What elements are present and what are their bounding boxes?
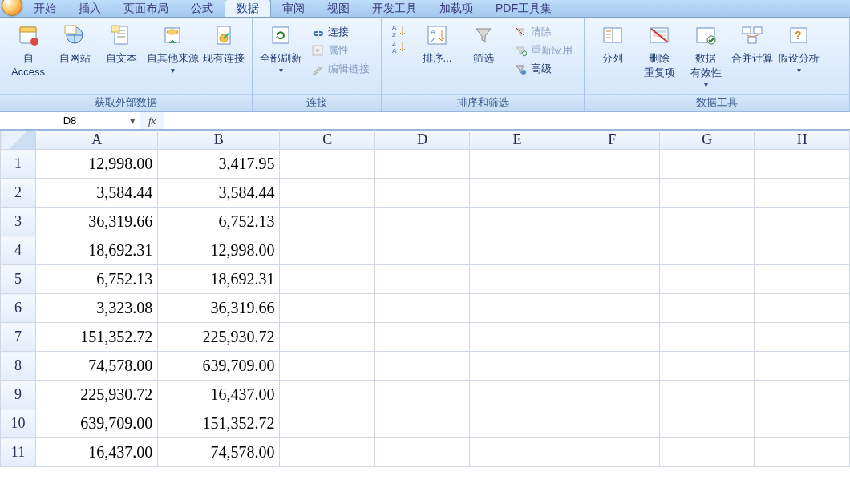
cell-C4[interactable] xyxy=(280,236,374,265)
cell-F11[interactable] xyxy=(565,438,659,467)
cell-C5[interactable] xyxy=(280,265,374,294)
cell-D3[interactable] xyxy=(374,208,469,236)
cell-E8[interactable] xyxy=(470,352,565,381)
formula-input[interactable] xyxy=(164,112,850,129)
whatif-button[interactable]: ? 假设分析 ▾ xyxy=(775,21,822,75)
reapply-button[interactable]: 重新应用 xyxy=(512,42,574,58)
select-all-corner[interactable] xyxy=(1,131,36,150)
cell-A8[interactable]: 74,578.00 xyxy=(36,352,158,381)
cell-A2[interactable]: 3,584.44 xyxy=(36,179,158,208)
cell-F3[interactable] xyxy=(565,208,659,236)
properties-button[interactable]: 属性 xyxy=(309,42,371,58)
cell-G7[interactable] xyxy=(659,323,754,352)
cell-F8[interactable] xyxy=(565,352,659,381)
cell-A1[interactable]: 12,998.00 xyxy=(36,150,158,179)
cell-B5[interactable]: 18,692.31 xyxy=(158,265,280,294)
cell-C6[interactable] xyxy=(280,294,374,323)
cell-E7[interactable] xyxy=(470,323,565,352)
row-header-4[interactable]: 4 xyxy=(1,236,36,265)
from-web-button[interactable]: 自网站 xyxy=(51,21,98,66)
cell-G6[interactable] xyxy=(659,294,754,323)
row-header-10[interactable]: 10 xyxy=(1,409,36,438)
cell-E2[interactable] xyxy=(470,179,565,208)
cell-D2[interactable] xyxy=(374,179,469,208)
cell-E11[interactable] xyxy=(470,438,565,467)
refresh-all-button[interactable]: 全部刷新 ▾ xyxy=(257,21,304,75)
cell-H5[interactable] xyxy=(755,265,850,294)
cell-A4[interactable]: 18,692.31 xyxy=(36,236,158,265)
tab-页面布局[interactable]: 页面布局 xyxy=(112,0,180,17)
tab-数据[interactable]: 数据 xyxy=(225,0,271,17)
cell-B7[interactable]: 225,930.72 xyxy=(158,323,280,352)
advanced-button[interactable]: 高级 xyxy=(512,61,574,77)
column-header-E[interactable]: E xyxy=(470,131,565,150)
cell-A9[interactable]: 225,930.72 xyxy=(36,381,158,409)
row-header-9[interactable]: 9 xyxy=(1,381,36,409)
cell-H3[interactable] xyxy=(755,208,850,236)
cell-A5[interactable]: 6,752.13 xyxy=(36,265,158,294)
cell-D11[interactable] xyxy=(374,438,469,467)
cell-H7[interactable] xyxy=(755,323,850,352)
cell-B11[interactable]: 74,578.00 xyxy=(158,438,280,467)
cell-G11[interactable] xyxy=(659,438,754,467)
cell-A11[interactable]: 16,437.00 xyxy=(36,438,158,467)
tab-PDF工具集[interactable]: PDF工具集 xyxy=(484,0,563,17)
cell-H4[interactable] xyxy=(755,236,850,265)
cell-D10[interactable] xyxy=(374,409,469,438)
cell-B1[interactable]: 3,417.95 xyxy=(158,150,280,179)
cell-D8[interactable] xyxy=(374,352,469,381)
cell-D9[interactable] xyxy=(374,381,469,409)
cell-G2[interactable] xyxy=(659,179,754,208)
cell-B3[interactable]: 6,752.13 xyxy=(158,208,280,236)
cell-A7[interactable]: 151,352.72 xyxy=(36,323,158,352)
filter-button[interactable]: 筛选 xyxy=(460,21,507,66)
cell-H2[interactable] xyxy=(755,179,850,208)
row-header-6[interactable]: 6 xyxy=(1,294,36,323)
column-header-A[interactable]: A xyxy=(36,131,158,150)
text-to-columns-button[interactable]: 分列 xyxy=(589,21,636,66)
cell-H1[interactable] xyxy=(755,150,850,179)
cell-D4[interactable] xyxy=(374,236,469,265)
column-header-H[interactable]: H xyxy=(755,131,850,150)
connections-button[interactable]: 连接 xyxy=(309,24,371,40)
cell-H10[interactable] xyxy=(755,409,850,438)
spreadsheet-grid[interactable]: ABCDEFGH 112,998.003,417.9523,584.443,58… xyxy=(0,130,850,467)
cell-C9[interactable] xyxy=(280,381,374,409)
consolidate-button[interactable]: 合并计算 xyxy=(729,21,775,66)
tab-加载项[interactable]: 加载项 xyxy=(428,0,484,17)
chevron-down-icon[interactable]: ▾ xyxy=(127,115,138,126)
cell-D1[interactable] xyxy=(374,150,469,179)
cell-C11[interactable] xyxy=(280,438,374,467)
cell-E5[interactable] xyxy=(470,265,565,294)
cell-C10[interactable] xyxy=(280,409,374,438)
cell-G10[interactable] xyxy=(659,409,754,438)
column-header-B[interactable]: B xyxy=(158,131,280,150)
cell-D5[interactable] xyxy=(374,265,469,294)
cell-G1[interactable] xyxy=(659,150,754,179)
cell-E1[interactable] xyxy=(470,150,565,179)
cell-C8[interactable] xyxy=(280,352,374,381)
cell-E10[interactable] xyxy=(470,409,565,438)
cell-D7[interactable] xyxy=(374,323,469,352)
cell-F7[interactable] xyxy=(565,323,659,352)
cell-G5[interactable] xyxy=(659,265,754,294)
cell-C7[interactable] xyxy=(280,323,374,352)
clear-button[interactable]: 清除 xyxy=(512,24,574,40)
column-header-D[interactable]: D xyxy=(374,131,469,150)
row-header-3[interactable]: 3 xyxy=(1,208,36,236)
cell-A3[interactable]: 36,319.66 xyxy=(36,208,158,236)
cell-H9[interactable] xyxy=(755,381,850,409)
cell-B4[interactable]: 12,998.00 xyxy=(158,236,280,265)
edit-links-button[interactable]: 编辑链接 xyxy=(309,61,371,77)
cell-A10[interactable]: 639,709.00 xyxy=(36,409,158,438)
cell-E9[interactable] xyxy=(470,381,565,409)
cell-D6[interactable] xyxy=(374,294,469,323)
insert-function-button[interactable]: fx xyxy=(145,115,159,127)
tab-插入[interactable]: 插入 xyxy=(67,0,112,17)
sort-button[interactable]: AZ 排序... xyxy=(414,21,460,66)
sort-asc-button[interactable]: AZ xyxy=(390,22,411,38)
cell-H11[interactable] xyxy=(755,438,850,467)
cell-C1[interactable] xyxy=(280,150,374,179)
column-header-C[interactable]: C xyxy=(280,131,374,150)
cell-B10[interactable]: 151,352.72 xyxy=(158,409,280,438)
